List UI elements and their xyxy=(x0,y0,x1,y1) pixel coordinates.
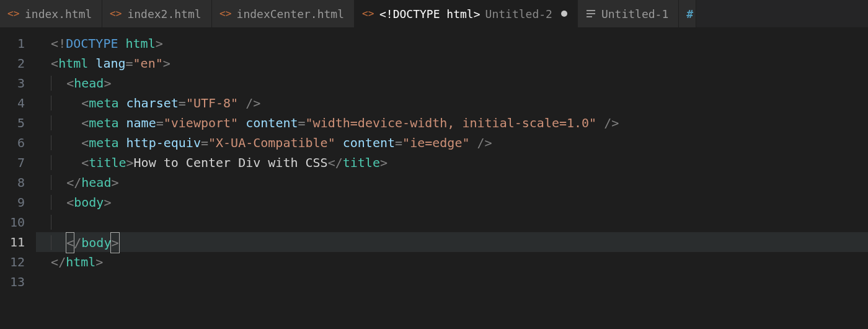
line-number-gutter: 1 2 3 4 5 6 7 8 9 10 11 12 13 xyxy=(0,27,36,329)
code-line: <title>How to Center Div with CSS</title… xyxy=(36,153,868,173)
tab-label: index.html xyxy=(25,7,92,20)
code-line: <html lang="en"> xyxy=(36,53,868,73)
tab-label: indexCenter.html xyxy=(237,7,344,20)
line-number: 2 xyxy=(0,53,36,73)
code-line: <head> xyxy=(36,73,868,93)
code-line: </html> xyxy=(36,252,868,272)
line-number: 3 xyxy=(0,73,36,93)
svg-text:<>: <> xyxy=(7,7,19,19)
line-number: 11 xyxy=(0,232,36,252)
svg-text:<>: <> xyxy=(219,7,231,19)
tab-label: index2.html xyxy=(127,7,201,20)
line-number: 4 xyxy=(0,93,36,113)
code-line: <meta http-equiv="X-UA-Compatible" conte… xyxy=(36,133,868,153)
code-line: <body> xyxy=(36,192,868,212)
tab-index2-html[interactable]: <> index2.html xyxy=(102,0,211,27)
tab-label: Untitled-1 xyxy=(601,7,668,20)
hash-file-icon: # xyxy=(686,7,693,20)
code-line: </head> xyxy=(36,173,868,192)
tab-untitled-2[interactable]: <> <!DOCTYPE html> Untitled-2 xyxy=(355,0,578,27)
tab-index-html[interactable]: <> index.html xyxy=(0,0,102,27)
code-line xyxy=(36,212,868,232)
line-number: 5 xyxy=(0,113,36,133)
tab-untitled-1[interactable]: Untitled-1 xyxy=(578,0,679,27)
line-number: 12 xyxy=(0,252,36,272)
html-file-icon: <> xyxy=(219,7,232,20)
code-line xyxy=(36,272,868,292)
tab-indexcenter-html[interactable]: <> indexCenter.html xyxy=(212,0,355,27)
tab-sublabel: Untitled-2 xyxy=(485,7,552,20)
line-number: 7 xyxy=(0,153,36,173)
html-file-icon: <> xyxy=(110,7,122,20)
line-number: 6 xyxy=(0,133,36,153)
html-file-icon: <> xyxy=(7,7,20,20)
line-number: 10 xyxy=(0,212,36,232)
code-line: <meta name="viewport" content="width=dev… xyxy=(36,113,868,133)
cursor-bracket-right: > xyxy=(110,232,119,253)
tab-partial[interactable]: # xyxy=(679,0,696,27)
html-file-icon: <> xyxy=(362,7,374,20)
line-number: 9 xyxy=(0,192,36,212)
editor-area: 1 2 3 4 5 6 7 8 9 10 11 12 13 <!DOCTYPE … xyxy=(0,27,868,329)
tab-bar: <> index.html <> index2.html <> indexCen… xyxy=(0,0,868,27)
line-number: 13 xyxy=(0,272,36,292)
modified-indicator-icon xyxy=(561,11,567,17)
line-number: 8 xyxy=(0,173,36,192)
code-line: <meta charset="UTF-8" /> xyxy=(36,93,868,113)
code-line: <!DOCTYPE html> xyxy=(36,34,868,53)
text-file-icon xyxy=(585,8,596,19)
tab-label: <!DOCTYPE html> xyxy=(379,7,480,20)
svg-text:<>: <> xyxy=(362,7,374,19)
svg-text:<>: <> xyxy=(110,7,122,19)
line-number: 1 xyxy=(0,34,36,53)
code-content[interactable]: <!DOCTYPE html> <html lang="en"> <head> … xyxy=(36,27,868,329)
code-line-current: </body> xyxy=(36,232,868,252)
